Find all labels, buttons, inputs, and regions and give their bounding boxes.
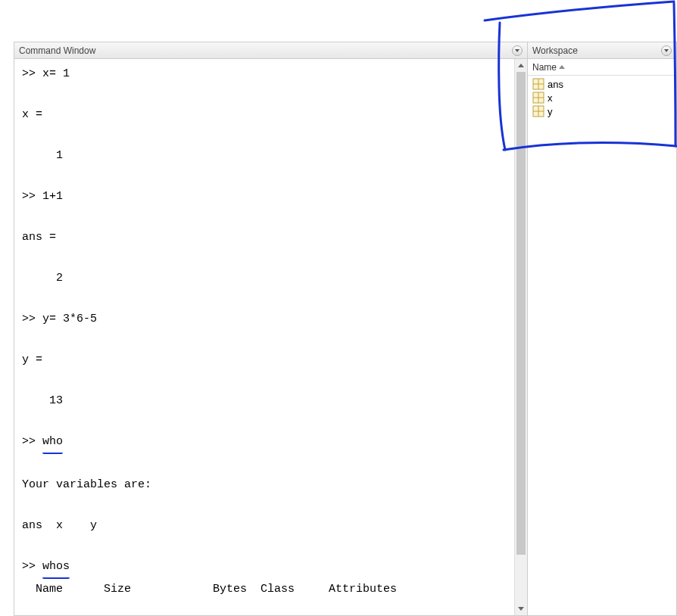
workspace-column-header-row[interactable]: Name bbox=[528, 59, 676, 76]
vertical-scrollbar[interactable] bbox=[514, 59, 527, 615]
workspace-body: Name ansxy bbox=[528, 59, 676, 615]
command-window-panel: Command Window >> x= 1 x = 1 >> 1+1 ans … bbox=[14, 42, 528, 616]
who-command-underline: who bbox=[42, 431, 63, 454]
workspace-header: Workspace bbox=[528, 42, 676, 59]
workspace-title: Workspace bbox=[532, 45, 578, 56]
whos-command-underline: whos bbox=[42, 556, 70, 579]
workspace-variable-row[interactable]: y bbox=[531, 104, 673, 118]
scroll-thumb[interactable] bbox=[516, 72, 526, 555]
sort-ascending-icon bbox=[559, 65, 565, 69]
command-window-body: >> x= 1 x = 1 >> 1+1 ans = 2 >> y= 3*6-5… bbox=[14, 59, 527, 615]
workspace-name-column-label: Name bbox=[532, 62, 557, 73]
command-window-menu-button[interactable] bbox=[512, 45, 523, 56]
workspace-panel: Workspace Name ansxy bbox=[528, 42, 677, 616]
workspace-variable-row[interactable]: x bbox=[531, 91, 673, 104]
workspace-variable-list: ansxy bbox=[528, 76, 676, 120]
variable-grid-icon bbox=[532, 78, 544, 90]
scroll-up-button[interactable] bbox=[515, 59, 527, 72]
workspace-menu-button[interactable] bbox=[661, 45, 672, 56]
variable-grid-icon bbox=[532, 105, 544, 117]
command-window-header: Command Window bbox=[14, 42, 527, 59]
command-window-title: Command Window bbox=[19, 45, 95, 56]
workspace-name-column-header[interactable]: Name bbox=[532, 62, 565, 73]
scroll-down-button[interactable] bbox=[515, 602, 527, 615]
workspace-variable-row[interactable]: ans bbox=[531, 77, 673, 91]
workspace-variable-name: y bbox=[548, 106, 553, 117]
workspace-variable-name: ans bbox=[548, 79, 563, 90]
workspace-variable-name: x bbox=[548, 92, 553, 104]
command-window-content[interactable]: >> x= 1 x = 1 >> 1+1 ans = 2 >> y= 3*6-5… bbox=[14, 59, 514, 615]
variable-grid-icon bbox=[532, 92, 544, 104]
